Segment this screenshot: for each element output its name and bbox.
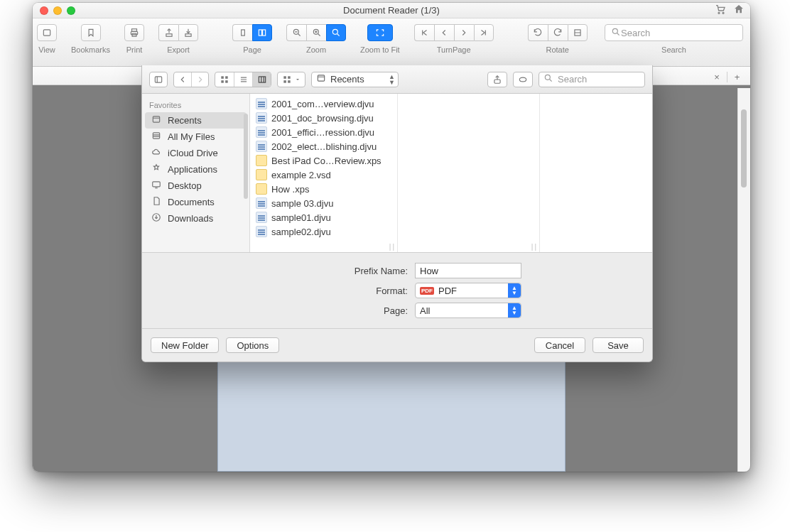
page-scope-value: All [420, 305, 430, 316]
sidebar-heading: Favorites [142, 99, 249, 112]
sidebar-item-recents[interactable]: Recents [145, 112, 247, 129]
titlebar: Document Reader (1/3) [33, 3, 750, 18]
last-page-button[interactable] [474, 24, 494, 41]
next-page-button[interactable] [454, 24, 474, 41]
scroll-thumb[interactable] [741, 109, 747, 188]
file-icon [256, 112, 267, 124]
nav-back-button[interactable] [174, 72, 191, 87]
file-row[interactable]: 2002_elect…blishing.djvu [250, 139, 397, 153]
new-folder-label: New Folder [161, 340, 208, 351]
cart-icon[interactable] [715, 4, 726, 17]
nav-forward-button[interactable] [191, 72, 208, 87]
file-icon [256, 141, 267, 152]
svg-rect-41 [494, 80, 500, 83]
all-files-icon [151, 131, 162, 143]
page-single-button[interactable] [232, 24, 252, 41]
file-row[interactable]: 2001_com…verview.djvu [250, 97, 397, 111]
print-label: Print [126, 45, 143, 54]
svg-rect-38 [288, 80, 291, 83]
group-by-button[interactable] [278, 72, 305, 87]
recents-icon [151, 114, 162, 126]
file-icon [256, 169, 267, 180]
file-row[interactable]: sample02.djvu [250, 224, 397, 239]
fullscreen-window-button[interactable] [67, 6, 75, 15]
rotate-flip-button[interactable] [568, 24, 588, 41]
view-list-button[interactable] [234, 72, 252, 87]
close-tab-button[interactable]: × [707, 72, 727, 82]
bookmarks-button[interactable] [81, 24, 101, 41]
file-row[interactable]: 2001_effici…ression.djvu [250, 125, 397, 139]
hide-sidebar-button[interactable] [150, 72, 167, 87]
file-column-empty-2 [540, 94, 652, 252]
prefix-name-input[interactable] [415, 263, 521, 278]
rotate-right-button[interactable] [548, 24, 568, 41]
file-column: 2001_com…verview.djvu 2001_doc_browsing.… [250, 94, 398, 252]
file-row[interactable]: sample 03.djvu [250, 196, 397, 210]
save-options-form: Prefix Name: Format: PDF PDF ▲▼ Page: Al… [142, 253, 652, 329]
file-row[interactable]: 2001_doc_browsing.djvu [250, 111, 397, 125]
format-select[interactable]: PDF PDF ▲▼ [415, 283, 521, 298]
documents-icon [151, 196, 162, 208]
column-resize-handle[interactable]: || [531, 243, 538, 251]
view-button[interactable] [37, 24, 57, 41]
share-button[interactable] [487, 72, 507, 87]
sidebar-item-all-my-files[interactable]: All My Files [142, 129, 249, 145]
file-icon [256, 183, 267, 195]
tags-button[interactable] [513, 72, 533, 87]
svg-rect-10 [263, 30, 266, 36]
view-label: View [38, 45, 55, 54]
new-tab-button[interactable]: + [727, 72, 747, 82]
file-row[interactable]: Best iPad Co…Review.xps [250, 153, 397, 168]
minimize-window-button[interactable] [53, 6, 62, 15]
dialog-search-input[interactable]: Search [539, 72, 645, 87]
zoom-to-fit-button[interactable] [367, 24, 393, 41]
zoom-actual-button[interactable] [326, 24, 346, 41]
zoom-out-button[interactable] [286, 24, 306, 41]
page-scope-select[interactable]: All ▲▼ [415, 303, 521, 318]
bookmarks-label: Bookmarks [71, 45, 110, 54]
first-page-button[interactable] [414, 24, 434, 41]
scrollbar[interactable] [737, 88, 750, 472]
nav-segment [173, 72, 209, 87]
column-resize-handle[interactable]: || [389, 243, 396, 251]
sidebar-item-icloud-drive[interactable]: iCloud Drive [142, 145, 249, 161]
prev-page-button[interactable] [434, 24, 454, 41]
export-out-button[interactable] [158, 24, 178, 41]
cancel-button[interactable]: Cancel [534, 337, 585, 353]
sidebar-item-label: Downloads [168, 213, 213, 224]
options-button[interactable]: Options [226, 337, 279, 353]
zoom-in-button[interactable] [306, 24, 326, 41]
sidebar-item-applications[interactable]: Applications [142, 161, 249, 178]
toolbar-search-input[interactable]: Search [605, 24, 743, 41]
file-icon [256, 155, 267, 166]
cloud-icon [151, 147, 162, 159]
location-popup[interactable]: Recents ▲▼ [311, 72, 399, 87]
stepper-icon: ▲▼ [508, 283, 521, 298]
file-icon [256, 226, 267, 237]
file-row[interactable]: How .xps [250, 182, 397, 196]
export-in-button[interactable] [178, 24, 198, 41]
sidebar-item-label: All My Files [168, 131, 215, 142]
svg-rect-28 [225, 80, 228, 83]
view-icons-button[interactable] [215, 72, 234, 87]
sidebar-item-documents[interactable]: Documents [142, 194, 249, 210]
new-folder-button[interactable]: New Folder [151, 337, 219, 353]
view-mode-segment [215, 72, 271, 87]
format-value: PDF [438, 286, 457, 296]
dialog-browser: Favorites Recents All My Files [142, 94, 652, 253]
rotate-left-button[interactable] [528, 24, 548, 41]
page-double-button[interactable] [252, 24, 272, 41]
file-row[interactable]: example 2.vsd [250, 168, 397, 182]
sidebar-item-desktop[interactable]: Desktop [142, 178, 249, 194]
save-button[interactable]: Save [592, 337, 644, 353]
file-row[interactable]: sample01.djvu [250, 210, 397, 224]
sidebar-scroll-thumb[interactable] [244, 114, 248, 199]
sidebar-item-downloads[interactable]: Downloads [142, 210, 249, 227]
sidebar-toggle-segment [149, 72, 168, 87]
view-columns-button[interactable] [252, 72, 271, 87]
svg-point-43 [545, 75, 550, 80]
home-icon[interactable] [733, 4, 745, 17]
options-label: Options [237, 340, 269, 351]
print-button[interactable] [124, 24, 144, 41]
close-window-button[interactable] [40, 6, 48, 15]
